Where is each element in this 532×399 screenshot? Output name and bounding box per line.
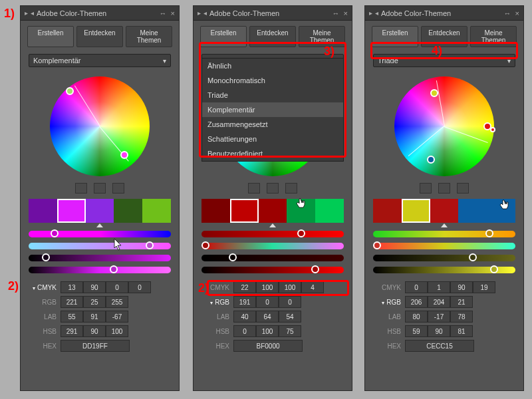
hsb-h[interactable]: 59 (405, 325, 428, 337)
mode-cmyk[interactable]: CMYK (373, 284, 405, 291)
hue-slider[interactable] (29, 231, 171, 237)
hsb-s[interactable]: 90 (83, 325, 106, 337)
hsb-h[interactable]: 291 (61, 325, 83, 337)
cmyk-y[interactable]: 90 (450, 281, 473, 293)
rgb-r[interactable]: 206 (405, 296, 428, 308)
rgb-r[interactable]: 191 (233, 296, 256, 308)
wheel-marker[interactable] (490, 127, 495, 132)
swatch[interactable] (29, 199, 57, 223)
value-slider[interactable] (373, 267, 515, 273)
swatch[interactable] (430, 199, 459, 223)
add-to-swatches-icon[interactable] (420, 183, 432, 194)
sat-slider[interactable] (373, 243, 515, 249)
collapse-icon[interactable]: ▸ (198, 9, 201, 17)
cmyk-y[interactable]: 0 (106, 281, 128, 293)
collapse-icon[interactable]: ▸ (369, 9, 372, 17)
color-wheel[interactable] (50, 76, 150, 176)
value-slider[interactable] (201, 267, 344, 273)
mode-hex[interactable]: HEX (29, 342, 61, 350)
cmyk-c[interactable]: 0 (405, 281, 428, 293)
swatch[interactable] (142, 199, 171, 223)
hsb-h[interactable]: 0 (233, 325, 256, 337)
cmyk-m[interactable]: 1 (428, 281, 450, 293)
cmyk-c[interactable]: 13 (61, 281, 83, 293)
brightness-slider[interactable] (373, 255, 515, 261)
mode-lab[interactable]: LAB (373, 313, 405, 321)
mode-rgb[interactable]: ▾RGB (373, 299, 405, 306)
sat-slider[interactable] (29, 243, 171, 249)
close-icon[interactable]: × (515, 9, 519, 17)
mode-hsb[interactable]: HSB (201, 328, 233, 335)
rgb-g[interactable]: 0 (256, 296, 279, 308)
brightness-slider[interactable] (201, 255, 344, 261)
swatch[interactable] (487, 199, 515, 223)
mode-hsb[interactable]: HSB (373, 328, 405, 335)
hue-slider[interactable] (373, 231, 515, 237)
cmyk-k[interactable]: 0 (128, 281, 151, 293)
cmyk-m[interactable]: 90 (83, 281, 106, 293)
wheel-marker[interactable] (430, 89, 438, 97)
tab-mythemes[interactable]: Meine Themen (126, 26, 172, 47)
expand-icon[interactable]: ◂ (375, 9, 378, 17)
add-to-swatches-icon[interactable] (248, 183, 260, 194)
hsb-s[interactable]: 100 (256, 325, 279, 337)
lab-a[interactable]: 91 (83, 311, 106, 323)
minimize-icon[interactable]: ↔ (332, 9, 340, 17)
close-icon[interactable]: × (344, 9, 348, 17)
swatch[interactable] (114, 199, 142, 223)
wheel-marker[interactable] (66, 87, 74, 95)
rgb-r[interactable]: 221 (61, 296, 83, 308)
lab-a[interactable]: 64 (256, 311, 279, 323)
rgb-g[interactable]: 204 (428, 296, 450, 308)
swatch[interactable] (373, 199, 402, 223)
panel-title-bar[interactable]: ▸◂Adobe Color-Themen ↔× (194, 6, 352, 21)
swatch[interactable] (57, 199, 86, 223)
grid-icon[interactable] (112, 183, 124, 194)
hex-value[interactable]: CECC15 (405, 340, 474, 352)
mode-lab[interactable]: LAB (29, 313, 61, 321)
swatch[interactable] (458, 199, 487, 223)
swatch[interactable] (402, 199, 430, 223)
rgb-b[interactable]: 255 (106, 296, 128, 308)
apply-color-icon[interactable] (267, 183, 279, 194)
expand-icon[interactable]: ◂ (31, 9, 34, 17)
sat-slider[interactable] (201, 243, 344, 249)
mode-hsb[interactable]: HSB (29, 328, 61, 335)
swatch[interactable] (259, 199, 287, 223)
mode-rgb[interactable]: RGB (29, 299, 61, 306)
grid-icon[interactable] (285, 183, 297, 194)
color-wheel[interactable] (394, 76, 494, 176)
rgb-b[interactable]: 21 (450, 296, 473, 308)
swatch[interactable] (230, 199, 259, 223)
lab-b[interactable]: 78 (450, 311, 473, 323)
hsb-b[interactable]: 81 (450, 325, 473, 337)
value-slider[interactable] (29, 267, 171, 273)
hsb-s[interactable]: 90 (428, 325, 450, 337)
mode-lab[interactable]: LAB (201, 313, 233, 321)
apply-color-icon[interactable] (438, 183, 450, 194)
grid-icon[interactable] (457, 183, 469, 194)
tab-discover[interactable]: Entdecken (76, 26, 123, 47)
mode-rgb[interactable]: ▾RGB (201, 299, 233, 306)
swatch[interactable] (287, 199, 315, 223)
swatch[interactable] (315, 199, 344, 223)
rgb-g[interactable]: 25 (83, 296, 106, 308)
lab-l[interactable]: 80 (405, 311, 428, 323)
add-to-swatches-icon[interactable] (75, 183, 87, 194)
brightness-slider[interactable] (29, 255, 171, 261)
hex-value[interactable]: BF0000 (233, 340, 303, 352)
tab-create[interactable]: Erstellen (27, 26, 74, 47)
mode-hex[interactable]: HEX (201, 342, 233, 350)
hsb-b[interactable]: 100 (106, 325, 128, 337)
cmyk-k[interactable]: 19 (473, 281, 495, 293)
expand-icon[interactable]: ◂ (203, 9, 207, 17)
minimize-icon[interactable]: ↔ (160, 9, 167, 17)
collapse-icon[interactable]: ▸ (25, 9, 28, 17)
panel-title-bar[interactable]: ▸◂Adobe Color-Themen ↔× (365, 6, 523, 21)
lab-b[interactable]: 54 (279, 311, 301, 323)
wheel-marker[interactable] (427, 156, 435, 164)
hue-slider[interactable] (201, 231, 344, 237)
lab-l[interactable]: 55 (61, 311, 83, 323)
hsb-b[interactable]: 75 (279, 325, 301, 337)
lab-b[interactable]: -67 (106, 311, 128, 323)
